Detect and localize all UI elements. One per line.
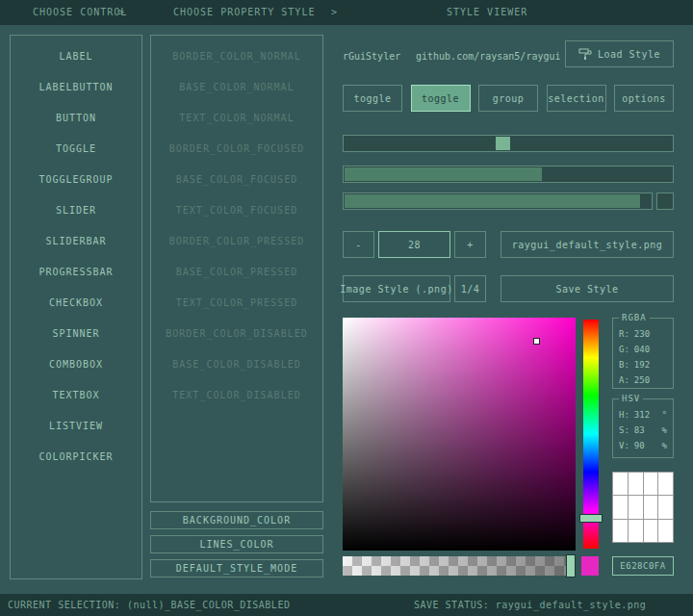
- property-list-item-base_color_pressed[interactable]: BASE_COLOR_PRESSED: [151, 256, 322, 287]
- image-style-button[interactable]: Image Style (.png): [343, 275, 450, 302]
- color-picker-panel[interactable]: [343, 318, 576, 551]
- toggle-group: toggletogglegroupselectionoptions: [343, 85, 674, 112]
- rgba-row-g: G:040: [613, 342, 673, 357]
- current-selection-status: CURRENT SELECTION: (null)_BASE_COLOR_DIS…: [8, 594, 290, 616]
- palette-cell: [629, 473, 643, 495]
- slider-handle[interactable]: [496, 137, 510, 150]
- property-list-item-border_color_focused[interactable]: BORDER_COLOR_FOCUSED: [151, 133, 322, 164]
- toggle-button-0-toggle[interactable]: toggle: [343, 85, 402, 112]
- repo-url-label: github.com/raysan5/raygui: [416, 43, 561, 70]
- hex-value-textbox[interactable]: E628C0FA: [612, 556, 674, 576]
- property-list-item-text_color_disabled[interactable]: TEXT_COLOR_DISABLED: [151, 379, 322, 410]
- hsv-groupbox: HSV H:312°S:83%V:90%: [612, 398, 674, 458]
- palette-cell: [629, 496, 643, 518]
- control-list-item-sliderbar[interactable]: SLIDERBAR: [11, 225, 141, 256]
- rgba-title: RGBA: [619, 313, 650, 322]
- palette-cell: [658, 520, 673, 542]
- current-color-swatch: [581, 556, 599, 576]
- rgba-row-a: A:250: [613, 372, 673, 388]
- control-list-item-listview[interactable]: LISTVIEW: [11, 410, 141, 441]
- palette-cell: [658, 496, 673, 518]
- rgba-row-b: B:192: [613, 357, 673, 372]
- palette-cell: [658, 473, 673, 495]
- toggle-button-3-selection[interactable]: selection: [547, 85, 606, 112]
- property-list-item-base_color_disabled[interactable]: BASE_COLOR_DISABLED: [151, 348, 322, 379]
- control-list-item-checkbox[interactable]: CHECKBOX: [11, 287, 141, 318]
- chevron-separator-icon: >: [331, 0, 338, 25]
- load-style-button[interactable]: Load Style: [565, 40, 674, 67]
- rgba-groupbox: RGBA R:230G:040B:192A:250: [612, 318, 674, 389]
- progress-bar: [343, 192, 653, 210]
- palette-cell: [629, 520, 643, 542]
- control-list-item-label[interactable]: LABEL: [11, 40, 141, 71]
- toggle-button-4-options[interactable]: options: [614, 85, 674, 112]
- lines-color-button[interactable]: LINES_COLOR: [150, 535, 323, 553]
- control-list-item-colorpicker[interactable]: COLORPICKER: [11, 441, 141, 472]
- filename-textbox[interactable]: raygui_default_style.png: [500, 231, 674, 258]
- spinner-value-box[interactable]: 28: [378, 231, 450, 258]
- control-list-item-labelbutton[interactable]: LABELBUTTON: [11, 71, 141, 102]
- property-list-item-text_color_normal[interactable]: TEXT_COLOR_NORMAL: [151, 102, 322, 133]
- alpha-bar[interactable]: [343, 556, 576, 576]
- palette-cell: [613, 520, 628, 542]
- toggle-button-2-group[interactable]: group: [478, 85, 538, 112]
- property-list-item-text_color_pressed[interactable]: TEXT_COLOR_PRESSED: [151, 287, 322, 318]
- control-list-item-progressbar[interactable]: PROGRESSBAR: [11, 256, 141, 287]
- alpha-bar-handle[interactable]: [566, 554, 576, 578]
- palette-cell: [644, 520, 658, 542]
- checkbox[interactable]: [656, 192, 674, 210]
- hsv-row-h: H:312°: [613, 407, 673, 423]
- control-list-item-button[interactable]: BUTTON: [11, 102, 141, 133]
- chevron-separator-icon: >: [118, 0, 125, 25]
- rgba-row-r: R:230: [613, 326, 673, 342]
- save-style-button[interactable]: Save Style: [500, 275, 674, 302]
- control-list-item-slider[interactable]: SLIDER: [11, 194, 141, 225]
- property-list-item-border_color_pressed[interactable]: BORDER_COLOR_PRESSED: [151, 225, 322, 256]
- top-bar: CHOOSE CONTROL > CHOOSE PROPERTY STYLE >…: [0, 0, 693, 25]
- progress-bar-fill: [345, 194, 640, 208]
- style-page-button[interactable]: 1/4: [454, 275, 486, 302]
- slider-bar[interactable]: [343, 166, 674, 183]
- properties-list-panel: BORDER_COLOR_NORMALBASE_COLOR_NORMALTEXT…: [150, 35, 323, 502]
- brand-label: rGuiStyler: [343, 43, 400, 70]
- hue-bar-handle[interactable]: [579, 514, 603, 523]
- control-list-item-toggle[interactable]: TOGGLE: [11, 133, 141, 164]
- hsv-row-s: S:83%: [613, 423, 673, 438]
- default-style-mode-button[interactable]: DEFAULT_STYLE_MODE: [150, 559, 323, 578]
- hsv-title: HSV: [619, 394, 643, 403]
- load-style-label: Load Style: [598, 49, 660, 60]
- slider[interactable]: [343, 135, 674, 152]
- section-label-choose-control: CHOOSE CONTROL: [33, 0, 127, 25]
- control-list-item-spinner[interactable]: SPINNER: [11, 318, 141, 348]
- style-palette-grid: [612, 472, 674, 543]
- spinner-minus-button[interactable]: -: [343, 231, 374, 258]
- control-list-item-togglegroup[interactable]: TOGGLEGROUP: [11, 164, 141, 194]
- control-list-item-textbox[interactable]: TEXTBOX: [11, 379, 141, 410]
- palette-cell: [613, 473, 628, 495]
- control-list-item-combobox[interactable]: COMBOBOX: [11, 348, 141, 379]
- property-list-item-border_color_disabled[interactable]: BORDER_COLOR_DISABLED: [151, 318, 322, 348]
- controls-list-panel: LABELLABELBUTTONBUTTONTOGGLETOGGLEGROUPS…: [10, 35, 142, 579]
- section-label-style-viewer: STYLE VIEWER: [447, 0, 527, 25]
- property-list-item-base_color_focused[interactable]: BASE_COLOR_FOCUSED: [151, 164, 322, 194]
- slider-bar-fill: [345, 167, 542, 181]
- property-list-item-text_color_focused[interactable]: TEXT_COLOR_FOCUSED: [151, 194, 322, 225]
- spinner-plus-button[interactable]: +: [454, 231, 486, 258]
- property-list-item-base_color_normal[interactable]: BASE_COLOR_NORMAL: [151, 71, 322, 102]
- section-label-choose-property-style: CHOOSE PROPERTY STYLE: [173, 0, 315, 25]
- property-list-item-border_color_normal[interactable]: BORDER_COLOR_NORMAL: [151, 40, 322, 71]
- status-bar: CURRENT SELECTION: (null)_BASE_COLOR_DIS…: [0, 594, 693, 616]
- color-picker-cursor: [533, 338, 540, 345]
- palette-cell: [644, 473, 658, 495]
- palette-cell: [613, 496, 628, 518]
- palette-cell: [644, 496, 658, 518]
- toggle-button-1-toggle[interactable]: toggle: [411, 85, 471, 112]
- hsv-row-v: V:90%: [613, 438, 673, 453]
- background-color-button[interactable]: BACKGROUND_COLOR: [150, 511, 323, 529]
- save-status: SAVE STATUS: raygui_default_style.png: [414, 594, 646, 616]
- rguistyler-window: CHOOSE CONTROL > CHOOSE PROPERTY STYLE >…: [0, 0, 693, 616]
- load-style-icon: [578, 47, 592, 61]
